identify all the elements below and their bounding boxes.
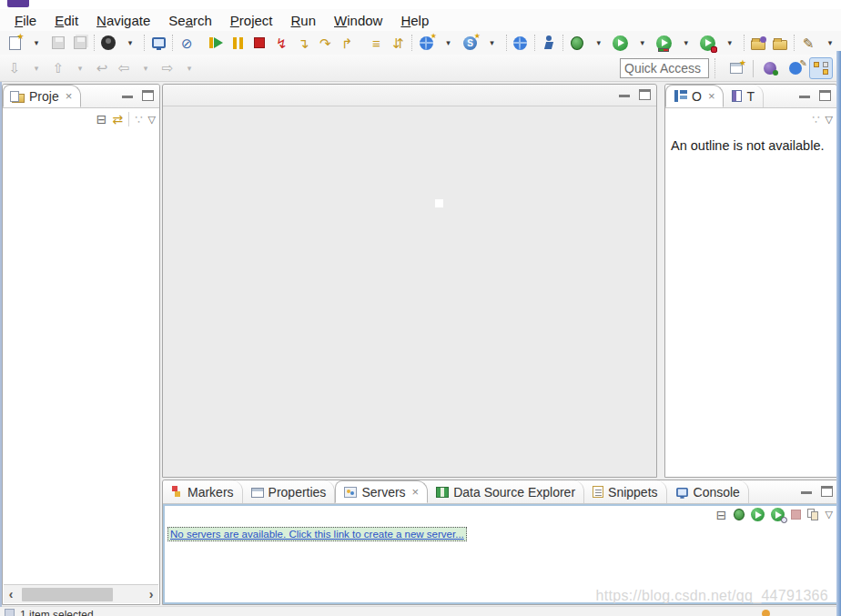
terminate-button[interactable] <box>249 33 269 53</box>
tab-snippets[interactable]: Snippets <box>584 480 666 503</box>
tab-console[interactable]: Console <box>667 480 749 503</box>
profile-dropdown[interactable]: ▾ <box>720 33 740 53</box>
profile-server-icon[interactable] <box>771 508 785 521</box>
drop-to-frame-button[interactable]: ⇵ <box>388 33 408 53</box>
external-tools-button[interactable]: ✎ <box>798 33 818 53</box>
create-server-link[interactable]: No servers are available. Click this lin… <box>167 527 467 541</box>
menu-edit[interactable]: Edit <box>46 11 87 30</box>
previous-annotation-dropdown[interactable]: ▾ <box>70 58 90 78</box>
suspend-button[interactable] <box>228 33 248 53</box>
run-button[interactable] <box>611 33 631 53</box>
focus-icon[interactable]: ∵ <box>135 114 142 126</box>
editor-body[interactable] <box>163 106 656 477</box>
open-perspective-button[interactable]: ★ <box>724 57 748 79</box>
view-menu-icon[interactable]: ▽ <box>148 115 156 125</box>
user-account-button[interactable] <box>98 33 118 53</box>
user-account-dropdown[interactable]: ▾ <box>120 33 140 53</box>
skip-breakpoints-button[interactable]: ⊘ <box>177 33 197 53</box>
maximize-button[interactable] <box>819 90 831 101</box>
save-all-icon <box>74 36 86 49</box>
step-over-button[interactable]: ↷ <box>315 33 335 53</box>
maximize-button[interactable] <box>821 486 833 497</box>
view-menu-icon[interactable]: ▽ <box>826 510 833 520</box>
coverage-dropdown[interactable]: ▾ <box>676 33 696 53</box>
debug-button[interactable] <box>567 33 587 53</box>
tab-task-list[interactable]: T <box>724 85 764 107</box>
stop-server-icon[interactable] <box>791 510 801 520</box>
tab-data-source-explorer[interactable]: Data Source Explorer <box>428 480 584 503</box>
maximize-button[interactable] <box>639 89 651 100</box>
menu-run[interactable]: Run <box>282 11 326 30</box>
tab-project-explorer[interactable]: Proje × <box>3 85 81 107</box>
debug-dropdown[interactable]: ▾ <box>589 33 609 53</box>
save-all-button[interactable] <box>70 33 90 53</box>
scrollbar-thumb[interactable] <box>22 588 113 601</box>
start-server-icon[interactable] <box>751 508 765 521</box>
back-button[interactable]: ⇦ <box>114 58 134 78</box>
close-icon[interactable]: × <box>708 89 715 103</box>
tab-markers[interactable]: Markers <box>163 480 243 503</box>
editor-tabstrip <box>163 85 656 106</box>
horizontal-scrollbar[interactable]: ‹ › <box>4 584 158 603</box>
new-web-service-button[interactable]: S★ <box>461 33 481 53</box>
external-tools-dropdown[interactable]: ▾ <box>820 33 840 53</box>
resume-button[interactable] <box>206 33 226 53</box>
toolbar-separator <box>144 35 145 51</box>
import-button[interactable] <box>748 33 768 53</box>
open-console-button[interactable] <box>148 33 168 53</box>
next-annotation-button[interactable]: ⇩ <box>5 58 25 78</box>
publish-icon[interactable] <box>807 509 819 520</box>
project-explorer-content[interactable] <box>3 130 159 584</box>
back-dropdown[interactable]: ▾ <box>136 58 156 78</box>
new-server-button[interactable]: ★ <box>417 33 437 53</box>
menu-search[interactable]: Search <box>159 11 221 30</box>
close-icon[interactable]: × <box>66 89 73 103</box>
menu-window[interactable]: Window <box>325 11 391 30</box>
perspective-java-button[interactable] <box>758 57 782 79</box>
minimize-button[interactable] <box>619 93 630 97</box>
minimize-button[interactable] <box>801 490 812 494</box>
collapse-all-icon[interactable]: ⊟ <box>716 509 727 521</box>
last-edit-location-button[interactable]: ↩ <box>92 58 112 78</box>
save-button[interactable] <box>48 33 68 53</box>
use-step-filters-button[interactable]: ≡ <box>366 33 386 53</box>
menu-help[interactable]: Help <box>391 11 438 30</box>
run-dropdown[interactable]: ▾ <box>633 33 653 53</box>
step-into-button[interactable]: ↴ <box>293 33 313 53</box>
new-server-dropdown[interactable]: ▾ <box>439 33 459 53</box>
perspective-javaee-button[interactable] <box>809 57 833 79</box>
new-wizard-dropdown[interactable]: ▾ <box>26 33 46 53</box>
disconnect-button[interactable]: ↯ <box>271 33 291 53</box>
debug-server-icon[interactable] <box>734 509 745 520</box>
forward-button[interactable]: ⇨ <box>157 58 177 78</box>
previous-annotation-button[interactable]: ⇧ <box>48 58 68 78</box>
tab-servers[interactable]: Servers × <box>335 480 428 503</box>
forward-dropdown[interactable]: ▾ <box>179 58 199 78</box>
quick-access-input[interactable] <box>620 58 709 78</box>
web-browser-button[interactable] <box>511 33 531 53</box>
export-button[interactable] <box>770 33 790 53</box>
maximize-button[interactable] <box>142 90 154 101</box>
tab-properties[interactable]: Properties <box>243 480 336 503</box>
collapse-all-icon[interactable]: ⊟ <box>96 113 107 126</box>
run-on-server-button[interactable] <box>539 33 559 53</box>
new-web-service-dropdown[interactable]: ▾ <box>482 33 502 53</box>
link-with-editor-icon[interactable]: ⇄ <box>113 113 124 126</box>
view-menu-icon[interactable]: ▽ <box>826 115 833 125</box>
minimize-button[interactable] <box>122 94 133 98</box>
minimize-button[interactable] <box>799 94 810 98</box>
new-wizard-button[interactable]: ★ <box>5 33 25 53</box>
menu-navigate[interactable]: Navigate <box>87 11 159 30</box>
coverage-button[interactable] <box>654 33 674 53</box>
step-return-button[interactable]: ↱ <box>337 33 357 53</box>
menu-project[interactable]: Project <box>221 11 282 30</box>
focus-icon[interactable]: ∵ <box>812 114 819 126</box>
next-annotation-dropdown[interactable]: ▾ <box>26 58 46 78</box>
menu-file[interactable]: File <box>5 11 46 30</box>
perspective-web-button[interactable]: ✎ <box>784 57 807 79</box>
tab-outline[interactable]: O × <box>665 85 724 107</box>
scroll-right-icon[interactable]: › <box>144 587 158 601</box>
close-icon[interactable]: × <box>412 485 420 499</box>
profile-button[interactable] <box>698 33 718 53</box>
scroll-left-icon[interactable]: ‹ <box>4 587 18 601</box>
